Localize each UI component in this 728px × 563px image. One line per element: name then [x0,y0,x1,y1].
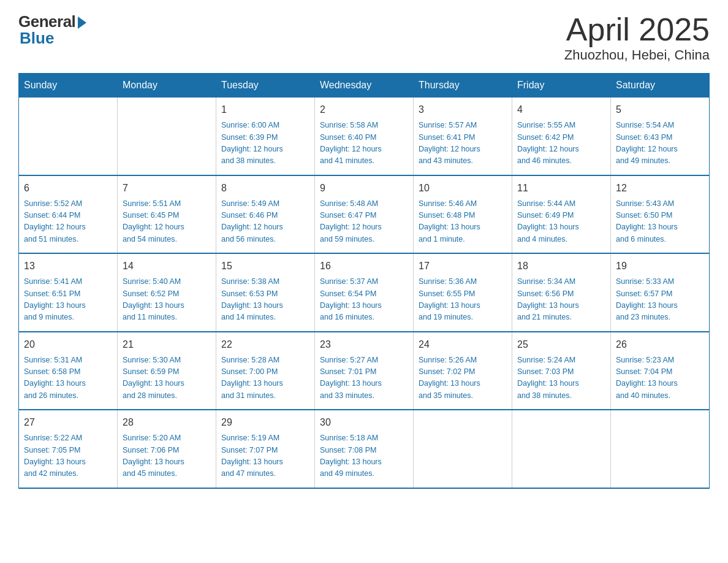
calendar-cell: 27Sunrise: 5:22 AMSunset: 7:05 PMDayligh… [19,410,118,488]
day-info: Sunrise: 5:33 AMSunset: 6:57 PMDaylight:… [616,276,704,324]
calendar-cell [512,410,611,488]
calendar-cell: 19Sunrise: 5:33 AMSunset: 6:57 PMDayligh… [611,253,710,332]
title-block: April 2025 Zhuozhou, Hebei, China [564,12,710,63]
day-number: 18 [517,259,605,274]
weekday-header: Thursday [414,74,512,98]
day-number: 11 [517,181,605,196]
page-header: General Blue April 2025 Zhuozhou, Hebei,… [18,12,710,63]
calendar-cell: 18Sunrise: 5:34 AMSunset: 6:56 PMDayligh… [512,253,611,332]
day-info: Sunrise: 5:22 AMSunset: 7:05 PMDaylight:… [24,432,112,480]
day-info: Sunrise: 5:38 AMSunset: 6:53 PMDaylight:… [221,276,309,324]
day-number: 10 [419,181,507,196]
calendar-cell: 9Sunrise: 5:48 AMSunset: 6:47 PMDaylight… [315,175,414,254]
day-number: 17 [419,259,507,274]
day-number: 13 [24,259,112,274]
day-number: 6 [24,181,112,196]
calendar-location: Zhuozhou, Hebei, China [564,47,710,63]
day-info: Sunrise: 5:41 AMSunset: 6:51 PMDaylight:… [24,276,112,324]
calendar-cell: 7Sunrise: 5:51 AMSunset: 6:45 PMDaylight… [118,175,216,254]
calendar-cell: 22Sunrise: 5:28 AMSunset: 7:00 PMDayligh… [216,332,315,410]
day-number: 5 [616,102,704,117]
day-number: 7 [123,181,211,196]
day-number: 28 [123,415,211,430]
day-number: 25 [517,337,605,352]
calendar-week-row: 1Sunrise: 6:00 AMSunset: 6:39 PMDaylight… [19,98,710,175]
calendar-cell: 5Sunrise: 5:54 AMSunset: 6:43 PMDaylight… [611,98,710,175]
calendar-title: April 2025 [564,12,710,47]
day-info: Sunrise: 5:26 AMSunset: 7:02 PMDaylight:… [419,354,507,402]
calendar-cell [414,410,512,488]
day-info: Sunrise: 5:58 AMSunset: 6:40 PMDaylight:… [320,120,408,167]
day-info: Sunrise: 5:44 AMSunset: 6:49 PMDaylight:… [517,198,605,246]
calendar-cell: 2Sunrise: 5:58 AMSunset: 6:40 PMDaylight… [315,98,414,175]
calendar-cell: 21Sunrise: 5:30 AMSunset: 6:59 PMDayligh… [118,332,216,410]
day-info: Sunrise: 5:48 AMSunset: 6:47 PMDaylight:… [320,198,408,246]
calendar-cell: 28Sunrise: 5:20 AMSunset: 7:06 PMDayligh… [118,410,216,488]
day-number: 20 [24,337,112,352]
day-number: 15 [221,259,309,274]
calendar-cell [19,98,118,175]
day-number: 30 [320,415,408,430]
day-number: 3 [419,102,507,117]
day-number: 19 [616,259,704,274]
day-info: Sunrise: 5:28 AMSunset: 7:00 PMDaylight:… [221,354,309,402]
day-info: Sunrise: 5:23 AMSunset: 7:04 PMDaylight:… [616,354,704,402]
day-info: Sunrise: 5:27 AMSunset: 7:01 PMDaylight:… [320,354,408,402]
calendar-cell: 3Sunrise: 5:57 AMSunset: 6:41 PMDaylight… [414,98,512,175]
calendar-cell: 15Sunrise: 5:38 AMSunset: 6:53 PMDayligh… [216,253,315,332]
weekday-header: Friday [512,74,611,98]
weekday-header: Saturday [611,74,710,98]
calendar-table: SundayMondayTuesdayWednesdayThursdayFrid… [18,73,710,489]
logo: General Blue [18,12,86,48]
day-info: Sunrise: 5:49 AMSunset: 6:46 PMDaylight:… [221,198,309,246]
day-number: 9 [320,181,408,196]
calendar-cell: 11Sunrise: 5:44 AMSunset: 6:49 PMDayligh… [512,175,611,254]
calendar-week-row: 20Sunrise: 5:31 AMSunset: 6:58 PMDayligh… [19,332,710,410]
calendar-cell: 8Sunrise: 5:49 AMSunset: 6:46 PMDaylight… [216,175,315,254]
day-number: 2 [320,102,408,117]
calendar-cell: 10Sunrise: 5:46 AMSunset: 6:48 PMDayligh… [414,175,512,254]
logo-blue-text: Blue [18,29,54,48]
calendar-cell: 16Sunrise: 5:37 AMSunset: 6:54 PMDayligh… [315,253,414,332]
day-info: Sunrise: 5:55 AMSunset: 6:42 PMDaylight:… [517,120,605,167]
day-number: 16 [320,259,408,274]
calendar-cell: 14Sunrise: 5:40 AMSunset: 6:52 PMDayligh… [118,253,216,332]
day-info: Sunrise: 5:24 AMSunset: 7:03 PMDaylight:… [517,354,605,402]
day-info: Sunrise: 5:57 AMSunset: 6:41 PMDaylight:… [419,120,507,167]
weekday-header: Sunday [19,74,118,98]
day-number: 4 [517,102,605,117]
calendar-week-row: 27Sunrise: 5:22 AMSunset: 7:05 PMDayligh… [19,410,710,488]
day-number: 23 [320,337,408,352]
day-info: Sunrise: 5:52 AMSunset: 6:44 PMDaylight:… [24,198,112,246]
calendar-cell: 20Sunrise: 5:31 AMSunset: 6:58 PMDayligh… [19,332,118,410]
weekday-header: Monday [118,74,216,98]
weekday-header-row: SundayMondayTuesdayWednesdayThursdayFrid… [19,74,710,98]
calendar-cell: 17Sunrise: 5:36 AMSunset: 6:55 PMDayligh… [414,253,512,332]
calendar-cell [118,98,216,175]
day-number: 27 [24,415,112,430]
day-info: Sunrise: 5:51 AMSunset: 6:45 PMDaylight:… [123,198,211,246]
day-info: Sunrise: 5:36 AMSunset: 6:55 PMDaylight:… [419,276,507,324]
calendar-cell: 24Sunrise: 5:26 AMSunset: 7:02 PMDayligh… [414,332,512,410]
calendar-cell: 12Sunrise: 5:43 AMSunset: 6:50 PMDayligh… [611,175,710,254]
calendar-cell: 13Sunrise: 5:41 AMSunset: 6:51 PMDayligh… [19,253,118,332]
day-info: Sunrise: 5:54 AMSunset: 6:43 PMDaylight:… [616,120,704,167]
calendar-cell [611,410,710,488]
day-info: Sunrise: 5:20 AMSunset: 7:06 PMDaylight:… [123,432,211,480]
calendar-week-row: 6Sunrise: 5:52 AMSunset: 6:44 PMDaylight… [19,175,710,254]
weekday-header: Tuesday [216,74,315,98]
day-number: 8 [221,181,309,196]
weekday-header: Wednesday [315,74,414,98]
day-number: 1 [221,102,309,117]
day-info: Sunrise: 5:30 AMSunset: 6:59 PMDaylight:… [123,354,211,402]
day-number: 26 [616,337,704,352]
day-info: Sunrise: 5:31 AMSunset: 6:58 PMDaylight:… [24,354,112,402]
calendar-cell: 30Sunrise: 5:18 AMSunset: 7:08 PMDayligh… [315,410,414,488]
day-info: Sunrise: 5:46 AMSunset: 6:48 PMDaylight:… [419,198,507,246]
day-info: Sunrise: 5:18 AMSunset: 7:08 PMDaylight:… [320,432,408,480]
calendar-cell: 6Sunrise: 5:52 AMSunset: 6:44 PMDaylight… [19,175,118,254]
day-info: Sunrise: 6:00 AMSunset: 6:39 PMDaylight:… [221,120,309,167]
day-number: 22 [221,337,309,352]
day-number: 24 [419,337,507,352]
calendar-cell: 25Sunrise: 5:24 AMSunset: 7:03 PMDayligh… [512,332,611,410]
